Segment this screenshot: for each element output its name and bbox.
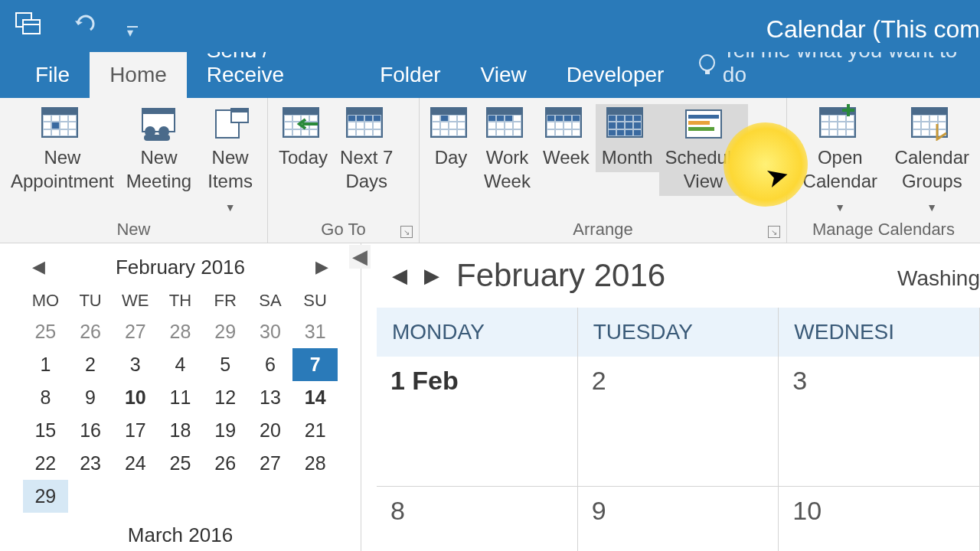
ribbon-group-manage-calendars: Open Calendar ▼ Calendar Groups ▼ Manage… bbox=[787, 98, 980, 243]
undo-icon[interactable] bbox=[74, 15, 96, 37]
month-row: 1 Feb 2 3 bbox=[377, 357, 980, 487]
svg-rect-13 bbox=[688, 121, 710, 125]
collapse-nav-icon[interactable]: ◀ bbox=[349, 245, 371, 269]
mini-day[interactable]: 11 bbox=[158, 381, 203, 414]
new-items-button[interactable]: New Items ▼ bbox=[198, 104, 263, 220]
prev-month-arrow[interactable]: ◀ bbox=[26, 254, 51, 280]
mini-day[interactable]: 12 bbox=[203, 381, 248, 414]
mini-day[interactable]: 20 bbox=[248, 414, 293, 447]
work-week-view-button[interactable]: Work Week bbox=[478, 104, 537, 196]
calendar-week-icon bbox=[545, 107, 586, 141]
tab-developer[interactable]: Developer bbox=[547, 52, 684, 98]
mini-day[interactable]: 6 bbox=[248, 348, 293, 381]
mini-day[interactable]: 22 bbox=[23, 447, 68, 480]
mini-day[interactable]: 29 bbox=[23, 480, 68, 513]
mini-day[interactable]: 7 bbox=[292, 348, 338, 381]
calendar-day-icon bbox=[430, 107, 472, 141]
mini-day[interactable]: 21 bbox=[292, 414, 338, 447]
label: Day bbox=[435, 145, 468, 169]
day-view-button[interactable]: Day bbox=[424, 104, 478, 172]
calendar-workweek-icon bbox=[486, 107, 528, 141]
mini-day[interactable]: 16 bbox=[68, 414, 113, 447]
new-meeting-button[interactable]: New Meeting bbox=[120, 104, 198, 196]
mini-day-header: WE bbox=[113, 286, 158, 315]
mini-day[interactable]: 4 bbox=[158, 348, 203, 381]
mini-day[interactable]: 8 bbox=[23, 381, 68, 414]
open-calendar-button[interactable]: Open Calendar ▼ bbox=[792, 104, 889, 220]
mini-day[interactable]: 14 bbox=[292, 381, 338, 414]
mini-day[interactable]: 3 bbox=[113, 348, 158, 381]
mini-day-header: TH bbox=[158, 286, 203, 315]
mini-day[interactable]: 13 bbox=[248, 381, 293, 414]
next-mini-calendar-title[interactable]: March 2016 bbox=[23, 523, 338, 547]
mini-day bbox=[248, 480, 293, 513]
day-cell[interactable]: 9 bbox=[578, 487, 779, 551]
tab-home[interactable]: Home bbox=[90, 52, 187, 98]
mini-day-header: MO bbox=[23, 286, 68, 315]
tab-file[interactable]: File bbox=[15, 52, 90, 98]
svg-rect-1 bbox=[23, 20, 40, 34]
mini-day[interactable]: 26 bbox=[203, 447, 248, 480]
label: New bbox=[140, 145, 177, 169]
next-7-days-button[interactable]: Next 7 Days bbox=[334, 104, 399, 196]
mini-day[interactable]: 27 bbox=[248, 447, 293, 480]
schedule-view-button[interactable]: Schedule View bbox=[659, 104, 748, 196]
mini-day bbox=[68, 480, 113, 513]
navigation-pane: ◀ February 2016 ▶ MOTUWETHFRSASU25262728… bbox=[0, 243, 361, 551]
label: Open bbox=[818, 145, 863, 169]
mini-day[interactable]: 25 bbox=[23, 315, 68, 348]
day-cell[interactable]: 1 Feb bbox=[377, 357, 578, 487]
calendar-groups-button[interactable]: Calendar Groups ▼ bbox=[889, 104, 975, 220]
mini-day[interactable]: 23 bbox=[68, 447, 113, 480]
mini-day[interactable]: 27 bbox=[113, 315, 158, 348]
calendar-month-icon bbox=[606, 107, 648, 141]
mini-day[interactable]: 28 bbox=[158, 315, 203, 348]
day-cell[interactable]: 10 bbox=[779, 487, 980, 551]
mini-day[interactable]: 9 bbox=[68, 381, 113, 414]
mini-day[interactable]: 28 bbox=[292, 447, 338, 480]
mini-day[interactable]: 2 bbox=[68, 348, 113, 381]
group-label: Arrange bbox=[420, 220, 786, 240]
prev-button[interactable]: ◀ bbox=[392, 264, 407, 288]
mini-day[interactable]: 10 bbox=[113, 381, 158, 414]
label: Work bbox=[486, 145, 529, 169]
mini-day[interactable]: 29 bbox=[203, 315, 248, 348]
ribbon-group-new: New Appointment New Meeting New Items ▼ … bbox=[0, 98, 268, 243]
mini-day[interactable]: 25 bbox=[158, 447, 203, 480]
mini-day[interactable]: 31 bbox=[292, 315, 338, 348]
mini-day[interactable]: 19 bbox=[203, 414, 248, 447]
dialog-launcher-icon[interactable]: ↘ bbox=[768, 226, 780, 238]
month-view-button[interactable]: Month bbox=[596, 104, 659, 172]
svg-rect-4 bbox=[142, 109, 175, 114]
mini-calendar-title[interactable]: February 2016 bbox=[116, 256, 245, 279]
mini-day[interactable]: 18 bbox=[158, 414, 203, 447]
day-cell[interactable]: 8 bbox=[377, 487, 578, 551]
today-button[interactable]: Today bbox=[273, 104, 334, 172]
new-appointment-button[interactable]: New Appointment bbox=[5, 104, 120, 196]
mini-day[interactable]: 1 bbox=[23, 348, 68, 381]
mini-day[interactable]: 17 bbox=[113, 414, 158, 447]
tab-folder[interactable]: Folder bbox=[360, 52, 460, 98]
label: Appointment bbox=[11, 169, 114, 193]
location-label: Washing bbox=[897, 266, 980, 291]
mini-day[interactable]: 15 bbox=[23, 414, 68, 447]
mini-day[interactable]: 24 bbox=[113, 447, 158, 480]
next-button[interactable]: ▶ bbox=[424, 264, 439, 288]
label: Days bbox=[345, 169, 387, 193]
next-month-arrow[interactable]: ▶ bbox=[309, 254, 335, 280]
mini-calendar-grid: MOTUWETHFRSASU25262728293031123456789101… bbox=[23, 286, 338, 513]
mini-day[interactable]: 26 bbox=[68, 315, 113, 348]
mini-day bbox=[113, 480, 158, 513]
svg-rect-12 bbox=[688, 115, 719, 119]
week-view-button[interactable]: Week bbox=[537, 104, 596, 172]
dialog-launcher-icon[interactable]: ↘ bbox=[400, 226, 413, 238]
label: Schedule bbox=[665, 145, 742, 169]
day-cell[interactable]: 2 bbox=[578, 357, 779, 487]
calendar-view: ◀ ◀ ▶ February 2016 Washing MONDAY TUESD… bbox=[361, 243, 980, 551]
mini-day[interactable]: 5 bbox=[203, 348, 248, 381]
day-cell[interactable]: 3 bbox=[779, 357, 980, 487]
qat-dropdown-icon[interactable]: ▾ bbox=[127, 25, 138, 28]
tab-view[interactable]: View bbox=[461, 52, 547, 98]
mini-day[interactable]: 30 bbox=[248, 315, 293, 348]
label: Calendar bbox=[895, 145, 969, 169]
